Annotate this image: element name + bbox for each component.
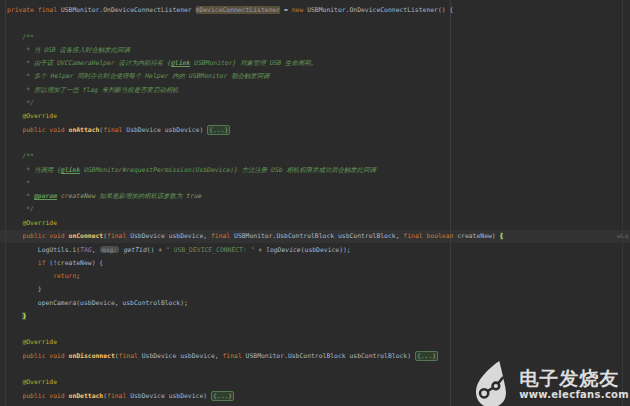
code-line[interactable]: [7, 137, 630, 150]
annotation-token: @Override: [22, 112, 57, 120]
code-token: (!createNew) {: [45, 259, 103, 267]
code-token: +: [255, 246, 267, 254]
keyword-token: final: [211, 232, 234, 240]
code-line[interactable]: private final USBMonitor.OnDeviceConnect…: [7, 4, 630, 17]
keyword-token: public void: [22, 232, 68, 240]
watermark-brand: 电子发烧友: [519, 368, 629, 389]
code-line[interactable]: * 当 USB 设备接入时会触发此回调: [7, 44, 630, 57]
parameter-hint-chip: msg:: [100, 246, 118, 253]
code-token: UsbDevice usbDevice,: [142, 352, 223, 360]
code-token: [7, 232, 22, 240]
code-line[interactable]: @Override: [7, 217, 630, 230]
code-line[interactable]: @Override: [7, 336, 630, 349]
folded-code-chip[interactable]: {...}: [415, 351, 438, 361]
code-line[interactable]: LogUtils.i(TAG, msg: getTid() + " USB_DE…: [7, 243, 630, 256]
code-line[interactable]: @Override: [7, 110, 630, 123]
watermark-site-url: www.elecfans.com: [519, 389, 629, 400]
code-editor-window: { "editor": { "background": "#2b2b2b", "…: [0, 0, 630, 406]
code-line[interactable]: }: [7, 310, 630, 323]
code-line[interactable]: return;: [7, 270, 630, 283]
code-token: [7, 219, 22, 227]
folded-code-chip[interactable]: {...}: [207, 125, 230, 135]
code-line[interactable]: /**: [7, 31, 630, 44]
code-token: [7, 126, 22, 134]
code-line[interactable]: openCamera(usbDevice, usbControlBlock);: [7, 297, 630, 310]
code-token: (usbDevice));: [301, 246, 351, 254]
static-method-token: getTid: [124, 246, 147, 254]
method-name-token: onConnect: [69, 232, 104, 240]
code-line[interactable]: * 当调用 {@link USBMonitor#requestPermissio…: [7, 164, 630, 177]
code-token: =: [280, 6, 292, 14]
static-method-token: logDevice: [266, 246, 301, 254]
annotation-token: @Override: [22, 338, 57, 346]
ghost-text: wLq: [617, 230, 629, 243]
elecfans-watermark: 电子发烧友 www.elecfans.com: [467, 360, 629, 406]
code-token: UsbDevice usbDevice): [130, 392, 211, 400]
keyword-token: final: [119, 352, 142, 360]
code-line[interactable]: * 所以增加了一些 flag 来判断当前是否要启动相机: [7, 84, 630, 97]
folded-code-chip[interactable]: {...}: [211, 391, 234, 401]
comment-token: * 当调用 {: [7, 166, 61, 174]
keyword-token: final: [223, 352, 246, 360]
code-token: UsbDevice usbDevice,: [130, 232, 211, 240]
watermark-text: 电子发烧友 www.elecfans.com: [519, 368, 629, 400]
code-line[interactable]: * 由于该 UVCCameraHelper 设计为内部持有 {@link USB…: [7, 57, 630, 70]
comment-token: 如果是新增加的相机该参数为: [96, 192, 187, 200]
code-line-current[interactable]: public void onConnect(final UsbDevice us…: [7, 230, 630, 243]
code-line[interactable]: * 多个 Helper 同时存在时会使得每个 Helper 内的 USBMoni…: [7, 70, 630, 83]
annotation-token: @Override: [22, 378, 57, 386]
code-editor-area[interactable]: private final USBMonitor.OnDeviceConnect…: [7, 4, 630, 403]
keyword-token: new: [292, 6, 304, 14]
comment-token: */: [7, 205, 34, 213]
code-line[interactable]: }: [7, 283, 630, 296]
code-line[interactable]: [7, 17, 630, 30]
code-token: [7, 272, 53, 280]
comment-token: * 所以增加了一些 flag 来判断当前是否要启动相机: [7, 86, 178, 94]
keyword-token: return: [53, 272, 76, 280]
comment-token: * 当 USB 设备接入时会触发此回调: [7, 46, 130, 54]
elecfans-logo-icon: [467, 360, 514, 406]
code-token: ;: [76, 272, 80, 280]
code-line[interactable]: if (!createNew) {: [7, 257, 630, 270]
code-token: openCamera(usbDevice, usbControlBlock);: [7, 299, 188, 307]
code-token: [7, 378, 22, 386]
code-token: USBMonitor.UsbControlBlock usbControlBlo…: [234, 232, 403, 240]
keyword-token: public void: [22, 126, 68, 134]
comment-token: USBMonitor} 对象管理 USB 生命周期,: [190, 59, 314, 67]
keyword-token: public void: [22, 392, 68, 400]
method-name-token: onAttach: [69, 126, 100, 134]
code-token: LogUtils.i(: [7, 246, 80, 254]
code-token: USBMonitor.OnDeviceConnectListener: [61, 6, 196, 14]
doc-tag-token: @link: [61, 166, 80, 174]
code-line[interactable]: *: [7, 177, 630, 190]
code-token: [7, 338, 22, 346]
string-token: " USB_DEVICE_CONNECT: ": [166, 246, 255, 254]
comment-token: *: [7, 179, 30, 187]
highlighted-identifier[interactable]: mDeviceConnectListener: [196, 6, 281, 14]
code-token: USBMonitor.UsbControlBlock usbControlBlo…: [246, 352, 415, 360]
keyword-token: private final: [7, 6, 61, 14]
code-line[interactable]: */: [7, 97, 630, 110]
comment-token: /**: [7, 152, 34, 160]
code-token: () +: [147, 246, 166, 254]
keyword-token: final: [103, 126, 126, 134]
doc-tag-value-token: createNew: [61, 192, 96, 200]
method-name-token: onDettach: [69, 392, 104, 400]
code-line[interactable]: */: [7, 203, 630, 216]
comment-token: */: [7, 99, 34, 107]
matched-brace: {: [500, 232, 504, 240]
code-line[interactable]: /**: [7, 150, 630, 163]
code-token: [7, 312, 22, 320]
code-line[interactable]: * @param createNew 如果是新增加的相机该参数为 true: [7, 190, 630, 203]
code-line[interactable]: [7, 323, 630, 336]
comment-token: USBMonitor#requestPermission(UsbDevice)}…: [80, 166, 376, 174]
field-token: TAG: [80, 246, 92, 254]
code-token: ,: [92, 246, 100, 254]
keyword-token: final boolean: [403, 232, 457, 240]
code-token: [7, 259, 38, 267]
doc-tag-value-token: true: [186, 192, 201, 200]
doc-tag-token: @link: [171, 59, 190, 67]
method-name-token: onDisconnect: [69, 352, 115, 360]
code-line[interactable]: public void onAttach(final UsbDevice usb…: [7, 124, 630, 137]
code-token: [7, 392, 22, 400]
